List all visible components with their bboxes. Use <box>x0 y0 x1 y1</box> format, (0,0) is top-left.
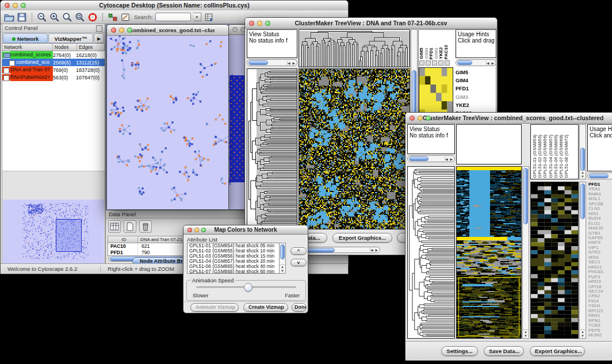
zoom-vscrollbar[interactable]: ▲▼ <box>579 182 586 339</box>
heatmap-vscrollbar[interactable]: ▲▼ <box>522 166 529 339</box>
network-table-row[interactable]: DNA and Tran 07 769(0) 183728(0) <box>2 66 105 74</box>
minimize-icon[interactable] <box>119 28 124 33</box>
network-table-row[interactable]: combined_scores 2764(0) 16218(0) <box>2 51 105 59</box>
attribute-item[interactable]: GPL51-07 (GSM868) heat shock 60 min <box>188 269 285 274</box>
tool-icon[interactable] <box>426 60 431 66</box>
minimize-icon[interactable] <box>257 21 262 26</box>
scroll-arrows-icon[interactable]: ◀ ▶ <box>287 61 297 65</box>
scrollbar-thumb[interactable] <box>589 174 609 178</box>
tab-network[interactable]: Network <box>3 33 48 43</box>
tool-icon[interactable] <box>438 60 443 66</box>
search-input[interactable] <box>155 13 191 21</box>
move-up-button[interactable]: ^ <box>290 247 307 255</box>
scroll-arrows-icon[interactable]: ◀ ▶ <box>486 61 496 65</box>
select-attributes-icon[interactable] <box>108 220 121 233</box>
close-icon[interactable] <box>410 116 415 121</box>
gene-label[interactable]: PFD1 <box>456 85 481 93</box>
col-id[interactable]: ID <box>108 236 138 243</box>
column-label[interactable]: GPL51-03 (GSM856) <box>542 135 548 178</box>
search-dropdown-icon[interactable]: ▾ <box>193 13 201 21</box>
save-icon[interactable] <box>17 12 27 22</box>
tool-icon[interactable] <box>432 60 437 66</box>
open-file-icon[interactable] <box>4 12 14 22</box>
slider-thumb[interactable] <box>244 283 253 292</box>
tab-vizmapper[interactable]: VizMapper™ <box>48 33 93 43</box>
zoom-fit-icon[interactable] <box>62 12 72 22</box>
close-icon[interactable] <box>5 3 10 8</box>
scrollbar-thumb[interactable] <box>580 183 585 219</box>
zoom-window-icon[interactable] <box>127 28 132 33</box>
minimize-icon[interactable] <box>13 3 18 8</box>
gene-label[interactable]: MON2 <box>588 333 611 338</box>
window-controls[interactable] <box>5 3 26 8</box>
network-table-row[interactable]: combined_sco 2569(6) 13112(15) <box>2 59 105 66</box>
scrollbar-thumb[interactable] <box>409 156 429 161</box>
column-dendrogram-pane[interactable] <box>456 124 522 164</box>
animate-vizmap-button[interactable]: Animate Vizmap <box>190 303 239 312</box>
annotations-icon[interactable] <box>120 12 131 22</box>
view-status-scrollbar[interactable]: ◀ ▶ <box>247 59 297 66</box>
minimize-icon[interactable] <box>418 116 423 121</box>
export-graphics-button[interactable]: Export Graphics... <box>530 346 585 356</box>
column-label[interactable]: PAC10 <box>444 45 449 59</box>
scrollbar-thumb[interactable] <box>280 244 285 259</box>
export-graphics-button[interactable]: Export Graphics... <box>332 233 392 243</box>
gene-label[interactable]: GIM5 <box>456 68 481 76</box>
scrollbar-thumb[interactable] <box>523 168 528 224</box>
treeview1-titlebar[interactable]: ClusterMaker TreeView : DNA and Tran 07-… <box>245 18 497 29</box>
zoom-window-icon[interactable] <box>201 228 206 232</box>
tool-icon[interactable] <box>419 60 424 66</box>
gene-label[interactable]: GIM4 <box>456 76 481 85</box>
zoom-selected-icon[interactable] <box>75 12 85 22</box>
new-attribute-icon[interactable] <box>124 220 136 233</box>
column-label[interactable]: GPL51-08 (GSM872) <box>564 135 569 178</box>
view-status-scrollbar[interactable]: ◀ ▶ <box>407 155 455 162</box>
main-titlebar[interactable]: Cytoscape Desktop (Session Name: collins… <box>1 1 348 11</box>
scroll-arrows-icon[interactable]: ▲▼ <box>580 329 586 338</box>
float-panel-icon[interactable] <box>96 25 102 32</box>
network-graph-canvas[interactable] <box>107 36 228 209</box>
zoom-window-icon[interactable] <box>265 21 270 26</box>
close-icon[interactable] <box>249 21 254 26</box>
move-down-button[interactable]: v <box>290 259 307 266</box>
close-icon[interactable] <box>188 228 192 232</box>
attribute-list-scrollbar[interactable]: ▲▼ <box>279 243 286 274</box>
scroll-arrows-icon[interactable]: ◀ ▶ <box>370 248 380 252</box>
column-label[interactable]: GPL51-04 (GSM857) <box>548 135 553 178</box>
more-tabs-icon[interactable]: ▶ <box>94 33 104 43</box>
plugins-icon[interactable] <box>108 12 118 22</box>
column-dendrogram-pane[interactable] <box>299 29 410 67</box>
import-table-icon[interactable] <box>204 12 214 22</box>
settings-button[interactable]: Settings... <box>441 346 478 356</box>
column-label[interactable]: GPL51-07 (GSM868) <box>559 135 564 178</box>
create-vizmap-button[interactable]: Create Vizmap <box>243 303 288 312</box>
col-nodes[interactable]: Nodes <box>53 44 77 51</box>
scroll-arrows-icon[interactable]: ◀ ▶ <box>445 157 454 161</box>
dialog-titlebar[interactable]: Map Colors to Network <box>183 225 308 235</box>
zoom-heatmap-pane[interactable] <box>419 67 453 118</box>
delete-attribute-icon[interactable] <box>139 220 152 233</box>
close-icon[interactable] <box>232 27 238 32</box>
scroll-arrows-icon[interactable]: ▲▼ <box>523 329 529 338</box>
scrollbar-thumb[interactable] <box>248 60 268 65</box>
zoom-out-icon[interactable] <box>37 12 47 22</box>
gene-label[interactable]: GIM3 <box>456 93 481 101</box>
labels-vscrollbar[interactable]: ▲▼ <box>579 124 586 179</box>
column-label[interactable]: GPL51-06 (GSM865) <box>553 135 559 178</box>
scrollbar-thumb[interactable] <box>580 148 585 171</box>
bottom-hscrollbar[interactable]: ◀ ▶ <box>299 247 380 253</box>
close-icon[interactable] <box>111 28 116 33</box>
zoom-in-icon[interactable] <box>49 12 60 22</box>
tool-icon[interactable] <box>445 60 450 66</box>
save-data-button[interactable]: Save Data... <box>484 346 524 356</box>
col-edges[interactable]: Edges <box>77 44 105 51</box>
done-button[interactable]: Done <box>292 303 307 312</box>
network-view-titlebar[interactable]: combined_scores_good.txt--cluste... <box>107 25 228 36</box>
scroll-arrows-icon[interactable]: ▲▼ <box>280 265 285 273</box>
col-network[interactable]: Network <box>2 44 53 51</box>
heatmap-pane[interactable] <box>456 166 522 339</box>
minimize-icon[interactable] <box>194 228 199 232</box>
network-table-row[interactable]: RNAPuberNov2+ 563(0) 107847(0) <box>2 74 105 81</box>
scrollbar-thumb[interactable] <box>457 60 472 65</box>
usage-hints-scrollbar[interactable]: ◀ ▶ <box>456 59 496 66</box>
